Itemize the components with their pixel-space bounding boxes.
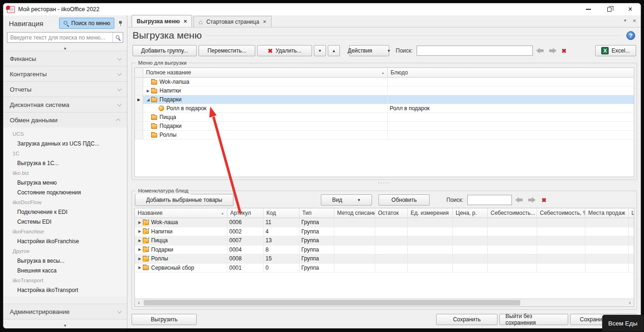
scroll-left-icon[interactable]: ‹ xyxy=(135,299,143,306)
warning-icon xyxy=(142,222,146,226)
upload-button[interactable]: Выгрузить xyxy=(132,314,197,325)
expander-collapsed-icon[interactable]: ▶ xyxy=(145,89,151,93)
column-header-full-name[interactable]: Полное название ▲ xyxy=(143,68,388,77)
sidebar-item[interactable]: Подключение к EDI xyxy=(3,207,127,217)
add-group-button[interactable]: Добавить группу... xyxy=(133,45,197,56)
column-header-11[interactable]: Цве xyxy=(629,208,634,218)
tab-export-menu[interactable]: Выгрузка меню × xyxy=(132,15,192,27)
cell-6 xyxy=(408,264,453,272)
splitter-handle[interactable]: ····· xyxy=(128,180,641,186)
cell-7 xyxy=(453,264,488,272)
column-header-dish[interactable]: Блюдо xyxy=(388,68,634,77)
sidebar-group-header: 1C xyxy=(3,149,127,159)
search-clear-icon[interactable]: ✖ xyxy=(542,197,547,204)
scrollbar-thumb[interactable] xyxy=(144,300,520,305)
sidebar-item[interactable]: Системы EDI xyxy=(3,217,127,227)
pin-icon[interactable] xyxy=(118,20,123,27)
move-button[interactable]: Переместить... xyxy=(199,45,255,56)
help-icon[interactable]: ? xyxy=(626,31,635,40)
sidebar-search-input[interactable] xyxy=(7,34,113,41)
tab-close-icon[interactable]: × xyxy=(184,18,187,25)
search-next-icon[interactable] xyxy=(528,197,536,203)
view-button[interactable]: Вид ▼ xyxy=(321,194,372,206)
sidebar-item[interactable]: Настройка iikoTransport xyxy=(3,286,127,295)
sidebar-item[interactable]: Состояние подключения xyxy=(3,188,127,198)
exit-without-saving-button[interactable]: Выйти без сохранения xyxy=(499,314,568,325)
search-next-icon[interactable] xyxy=(549,48,557,53)
excel-button[interactable]: X Excel... xyxy=(595,45,636,56)
sidebar-section-0[interactable]: Финансы xyxy=(3,51,127,66)
move-up-button[interactable]: ▲ xyxy=(328,45,340,56)
column-header-1[interactable]: Артикул xyxy=(227,208,264,218)
add-selected-products-button[interactable]: Добавить выбранные товары xyxy=(135,194,233,206)
menu-search-input[interactable] xyxy=(417,46,533,56)
column-header-5[interactable]: Остаток xyxy=(375,208,408,218)
nomenclature-search-input[interactable] xyxy=(467,195,512,205)
sidebar-item[interactable]: Внешняя касса xyxy=(3,266,127,276)
table-row[interactable]: ▶Сервисный сбор00010Группа xyxy=(135,264,634,273)
cell-9 xyxy=(537,264,585,272)
table-row[interactable]: Роллы xyxy=(135,131,634,139)
table-row[interactable]: Пицца xyxy=(135,113,634,122)
sidebar-item[interactable]: Загрузка данных из UCS ПДС... xyxy=(3,139,127,149)
minimize-button[interactable] xyxy=(578,3,599,15)
chevron-down-icon xyxy=(117,309,122,313)
sidebar-search-button[interactable] xyxy=(113,33,123,42)
sidebar-item[interactable]: Выгрузка в весы... xyxy=(3,256,127,266)
tab-list-dropdown-icon[interactable]: ▼ xyxy=(623,19,627,23)
sidebar-scroll-down[interactable]: ▼ xyxy=(3,323,127,328)
scroll-right-icon[interactable]: › xyxy=(626,299,634,306)
table-row[interactable]: ▶Напитки xyxy=(135,86,634,95)
table-row[interactable]: ▶Напитки00024Группа xyxy=(135,227,634,237)
table-row[interactable]: Ролл в подарокРолл в подарок xyxy=(135,104,634,113)
search-prev-icon[interactable] xyxy=(536,48,544,53)
sidebar-group-header: iikoDocFlow xyxy=(3,198,127,207)
sidebar-scroll-up[interactable]: ▲ xyxy=(3,46,127,51)
expander-expanded-icon[interactable]: ◢ xyxy=(145,98,151,102)
row-label: Роллы xyxy=(159,132,177,138)
column-header-7[interactable]: Цена, р. xyxy=(453,208,488,218)
column-header-0[interactable]: Название▲ xyxy=(135,208,227,218)
sidebar-section-3[interactable]: Дисконтная система xyxy=(3,97,127,113)
column-header-4[interactable]: Метод списания xyxy=(334,208,375,218)
table-row[interactable]: ▶Wok-лаша000611Группа xyxy=(135,218,634,227)
table-row[interactable]: ▶Подарки00048Группа xyxy=(135,246,634,255)
table-row[interactable]: Wok-лапша xyxy=(135,78,634,86)
sidebar-item[interactable]: Настройки iikoFranchise xyxy=(3,237,127,246)
column-header-6[interactable]: Ед. измерения xyxy=(408,208,453,218)
close-button[interactable]: × xyxy=(620,3,641,15)
table-row[interactable]: Подарки xyxy=(135,122,634,131)
search-prev-icon[interactable] xyxy=(515,197,523,203)
sidebar-section-5[interactable]: Администрирование xyxy=(3,304,127,319)
tab-close-icon[interactable]: × xyxy=(263,18,266,25)
delete-button[interactable]: ✖ Удалить... xyxy=(257,45,312,56)
horizontal-scrollbar[interactable]: ‹ › xyxy=(135,299,634,306)
table-row[interactable]: ▶◢Подарки xyxy=(135,95,634,104)
actions-button[interactable]: Действия ▼ xyxy=(349,45,389,56)
chevron-down-icon xyxy=(117,71,122,76)
search-clear-icon[interactable]: ✖ xyxy=(562,47,567,54)
column-header-3[interactable]: Тип xyxy=(299,208,334,218)
sidebar-section-4[interactable]: Обмен данными xyxy=(3,112,127,128)
cell-full-name: Подарки xyxy=(143,122,388,130)
column-header-2[interactable]: Код xyxy=(264,208,299,218)
table-row[interactable]: ▶Роллы000815Группа xyxy=(135,254,634,264)
tabstrip-close-icon[interactable]: × xyxy=(632,17,636,24)
refresh-button[interactable]: Обновить xyxy=(378,194,430,206)
sidebar-item[interactable]: Выгрузка меню xyxy=(3,178,127,188)
sidebar-section-2[interactable]: Отчеты xyxy=(3,81,127,97)
sidebar-item[interactable]: Выгрузка в 1С... xyxy=(3,159,127,168)
column-header-8[interactable]: Себестоимость... xyxy=(488,208,537,218)
search-menu-button[interactable]: Поиск по меню xyxy=(59,18,114,29)
column-header-9[interactable]: Себестоимость, % xyxy=(537,208,585,218)
save-button[interactable]: Сохранить xyxy=(436,314,498,325)
cell-1: 0002 xyxy=(227,227,264,236)
expander-collapsed-icon[interactable]: ▶ xyxy=(137,266,143,270)
sidebar-section-label: Контрагенты xyxy=(10,71,47,78)
table-row[interactable]: ▶Пицца000713Группа xyxy=(135,236,634,246)
move-down-button[interactable]: ▼ xyxy=(314,45,326,56)
restore-button[interactable] xyxy=(599,3,620,15)
tab-start-page[interactable]: ⌂ Стартовая страница × xyxy=(193,16,272,27)
sidebar-section-1[interactable]: Контрагенты xyxy=(3,66,127,82)
column-header-10[interactable]: Места продаж xyxy=(585,208,629,218)
